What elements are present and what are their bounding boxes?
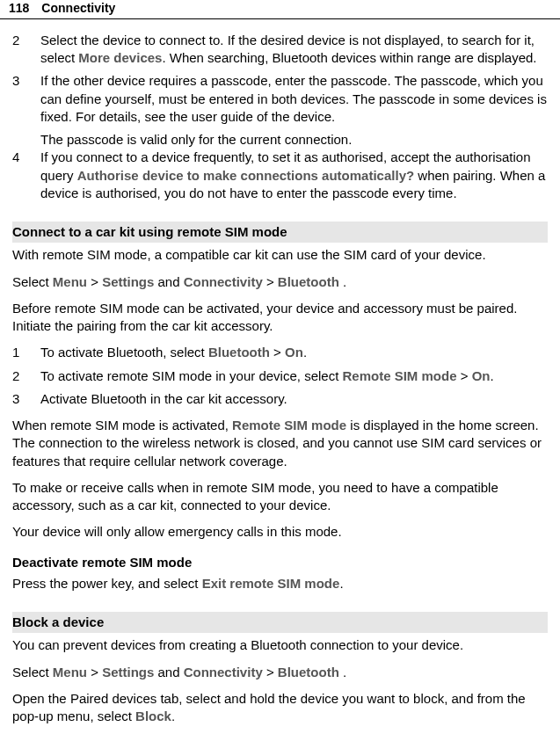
bold-term: Exit remote SIM mode [202, 576, 340, 591]
step-number: 2 [12, 367, 25, 385]
bold-term: More devices [78, 50, 162, 65]
page-number: 118 [9, 0, 29, 17]
list-item: 3If the other device requires a passcode… [12, 72, 548, 126]
bold-term: Block [135, 709, 171, 723]
text-run: To activate remote SIM mode in your devi… [40, 368, 342, 383]
bold-term: Bluetooth [208, 345, 270, 360]
list-item: 3Activate Bluetooth in the car kit acces… [12, 390, 548, 408]
menu-label: Menu [53, 665, 87, 679]
s1-p1: With remote SIM mode, a compatible car k… [12, 246, 548, 264]
settings-label: Settings [102, 665, 154, 679]
step-text: Select the device to connect to. If the … [40, 32, 548, 68]
list-item: 2Select the device to connect to. If the… [12, 32, 548, 68]
text-run: . [490, 368, 493, 383]
chapter-title: Connectivity [41, 0, 115, 17]
step-number: 3 [12, 390, 25, 408]
s1-p3: Before remote SIM mode can be activated,… [12, 300, 548, 336]
and-text: and [158, 274, 184, 289]
bold-term: Remote SIM mode [232, 418, 346, 432]
step-text: If the other device requires a passcode,… [40, 72, 548, 126]
header-bar: 118 Connectivity [0, 0, 560, 19]
text-run: Open the Paired devices tab, select and … [12, 691, 526, 723]
bold-term: Authorise device to make connections aut… [77, 168, 414, 183]
text-run: To activate Bluetooth, select [40, 345, 208, 360]
section-head-block-device: Block a device [12, 612, 548, 633]
step-number: 4 [12, 149, 25, 202]
text-run: When remote SIM mode is activated, [12, 418, 232, 432]
intro-step-list: 2Select the device to connect to. If the… [12, 32, 548, 202]
gt-icon: > [266, 665, 278, 679]
s1-p4: When remote SIM mode is activated, Remot… [12, 417, 548, 470]
punct-dot: . [343, 274, 346, 289]
settings-label: Settings [102, 274, 154, 289]
s2-p1: You can prevent devices from creating a … [12, 636, 548, 654]
s1-deactivate-text: Press the power key, and select Exit rem… [12, 575, 548, 592]
list-item: 2To activate remote SIM mode in your dev… [12, 367, 548, 385]
gt-icon: > [266, 274, 278, 289]
step-number: 2 [12, 32, 25, 68]
bold-term: On [472, 368, 491, 383]
list-item: 4If you connect to a device frequently, … [12, 149, 548, 202]
step-followup: The passcode is valid only for the curre… [40, 131, 548, 149]
nav-prefix: Select [12, 665, 53, 679]
s2-nav-path: Select Menu > Settings and Connectivity … [12, 664, 548, 681]
punct-dot: . [343, 665, 346, 679]
step-text: Activate Bluetooth in the car kit access… [40, 390, 548, 408]
s1-p6: Your device will only allow emergency ca… [12, 523, 548, 541]
text-run: > [270, 345, 285, 360]
bold-term: Remote SIM mode [342, 368, 456, 383]
page-content: 2Select the device to connect to. If the… [0, 32, 560, 734]
step-number: 1 [12, 344, 25, 361]
text-run: . [171, 709, 175, 723]
deactivate-subhead: Deactivate remote SIM mode [12, 554, 548, 571]
menu-label: Menu [53, 274, 87, 289]
gt-icon: > [91, 274, 102, 289]
bold-term: On [285, 345, 303, 360]
gt-icon: > [91, 665, 102, 679]
text-run: Activate Bluetooth in the car kit access… [40, 391, 287, 406]
and-text: and [158, 665, 184, 679]
connectivity-label: Connectivity [184, 665, 263, 679]
bluetooth-label: Bluetooth [278, 665, 339, 679]
text-run: > [457, 368, 472, 383]
bluetooth-label: Bluetooth [278, 274, 339, 289]
nav-prefix: Select [12, 274, 53, 289]
s2-p3: Open the Paired devices tab, select and … [12, 690, 548, 726]
text-run: . [303, 345, 307, 360]
step-number: 3 [12, 72, 25, 126]
s1-nav-path: Select Menu > Settings and Connectivity … [12, 273, 548, 291]
text-run: . [339, 576, 343, 591]
connectivity-label: Connectivity [184, 274, 263, 289]
step-text: To activate Bluetooth, select Bluetooth … [40, 344, 548, 361]
text-run: . When searching, Bluetooth devices with… [162, 50, 536, 65]
text-run: If the other device requires a passcode,… [40, 73, 547, 124]
text-run: Press the power key, and select [12, 576, 202, 591]
s1-step-list: 1To activate Bluetooth, select Bluetooth… [12, 344, 548, 408]
section-head-remote-sim: Connect to a car kit using remote SIM mo… [12, 222, 548, 243]
s1-p5: To make or receive calls when in remote … [12, 479, 548, 515]
step-text: If you connect to a device frequently, t… [40, 149, 548, 202]
step-text: To activate remote SIM mode in your devi… [40, 367, 548, 385]
list-item: 1To activate Bluetooth, select Bluetooth… [12, 344, 548, 361]
